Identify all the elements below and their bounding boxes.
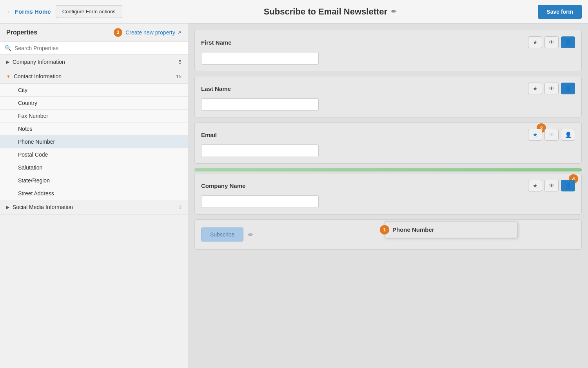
form-card-company-name: Company Name ★ 👁 4 👤 — [194, 173, 582, 215]
create-new-property-link[interactable]: Create new property ↗ — [125, 29, 181, 36]
top-bar: Forms Home Configure Form Actions Subscr… — [0, 0, 588, 23]
visibility-button-first-name[interactable]: 👁 — [544, 36, 559, 48]
edit-subscribe-icon[interactable]: ✏ — [248, 231, 253, 238]
field-actions-last-name: ★ 👁 👤 — [528, 83, 575, 94]
field-label-first-name: First Name — [201, 39, 232, 46]
form-title-text: Subscribe to Email Newsletter — [264, 7, 387, 17]
category-social-media[interactable]: ▶ Social Media Information 1 — [0, 200, 188, 215]
category-name-company: Company Information — [13, 59, 179, 65]
chevron-down-icon: ▼ — [6, 74, 11, 79]
form-title-area: Subscribe to Email Newsletter ✏ — [127, 7, 534, 17]
category-contact-information[interactable]: ▼ Contact Information 15 — [0, 69, 188, 84]
sidebar-item-country[interactable]: Country — [0, 97, 188, 110]
sidebar-item-city[interactable]: City — [0, 84, 188, 97]
category-company-information[interactable]: ▶ Company Information 5 — [0, 55, 188, 69]
create-property-badge: 3 — [114, 28, 122, 37]
form-card-email: Email 2 ★ 👁 👤 — [194, 122, 582, 164]
form-card-header-company-name: Company Name ★ 👁 4 👤 — [201, 180, 575, 191]
chevron-right-icon: ▶ — [6, 60, 9, 65]
forms-home-link[interactable]: Forms Home — [6, 8, 51, 15]
sidebar-item-state-region[interactable]: State/Region — [0, 174, 188, 187]
visibility-button-last-name[interactable]: 👁 — [544, 83, 559, 94]
sidebar-item-phone-number[interactable]: Phone Number — [0, 135, 188, 148]
form-card-header-first-name: First Name ★ 👁 👤 — [201, 36, 575, 48]
search-icon: 🔍 — [5, 45, 11, 51]
category-name-contact: Contact Information — [14, 73, 176, 79]
properties-title: Properties — [6, 29, 114, 36]
category-name-social: Social Media Information — [13, 204, 179, 210]
form-card-last-name: Last Name ★ 👁 👤 — [194, 76, 582, 117]
phone-number-tooltip: 1 Phone Number — [384, 221, 517, 238]
field-label-company-name: Company Name — [201, 182, 245, 189]
star-button-last-name[interactable]: ★ — [528, 83, 542, 94]
company-name-input[interactable] — [201, 195, 319, 208]
form-card-header-last-name: Last Name ★ 👁 👤 — [201, 83, 575, 94]
save-form-button[interactable]: Save form — [538, 5, 582, 19]
sidebar-item-street-address[interactable]: Street Address — [0, 187, 188, 200]
person-button-last-name[interactable]: 👤 — [561, 83, 575, 94]
external-link-icon: ↗ — [177, 30, 181, 36]
visibility-button-email[interactable]: 👁 — [544, 129, 559, 141]
star-button-company-name[interactable]: ★ — [528, 180, 542, 191]
email-input[interactable] — [201, 144, 319, 157]
field-label-last-name: Last Name — [201, 85, 231, 92]
star-button-email[interactable]: ★ — [528, 129, 542, 141]
sidebar-item-notes[interactable]: Notes — [0, 123, 188, 135]
first-name-input[interactable] — [201, 52, 319, 65]
visibility-button-company-name[interactable]: 👁 — [544, 180, 559, 191]
sidebar-item-fax-number[interactable]: Fax Number — [0, 110, 188, 123]
phone-tooltip-label: Phone Number — [392, 226, 434, 233]
person-button-email[interactable]: 👤 — [561, 129, 575, 141]
field-actions-first-name: ★ 👁 👤 — [528, 36, 575, 48]
sidebar: Properties 3 Create new property ↗ 🔍 ▶ C… — [0, 23, 188, 368]
step-badge-1: 1 — [380, 225, 389, 235]
create-property-label: Create new property — [125, 29, 175, 36]
sidebar-item-salutation[interactable]: Salutation — [0, 161, 188, 174]
search-properties-input[interactable] — [15, 45, 183, 51]
star-button-first-name[interactable]: ★ — [528, 36, 542, 48]
subscribe-button[interactable]: Subscribe — [201, 227, 243, 242]
edit-title-icon[interactable]: ✏ — [391, 8, 396, 15]
person-button-first-name[interactable]: 👤 — [561, 36, 575, 48]
content-area: 1 Phone Number First Name ★ 👁 👤 Last Nam… — [188, 23, 588, 368]
form-card-first-name: First Name ★ 👁 👤 — [194, 30, 582, 71]
chevron-right-icon-social: ▶ — [6, 205, 9, 210]
last-name-input[interactable] — [201, 98, 319, 111]
field-actions-company-name: ★ 👁 4 👤 — [528, 180, 575, 191]
category-count-contact: 15 — [176, 74, 181, 79]
main-layout: Properties 3 Create new property ↗ 🔍 ▶ C… — [0, 23, 588, 368]
properties-header: Properties 3 Create new property ↗ — [0, 23, 188, 42]
person-button-company-name[interactable]: 👤 — [561, 180, 575, 191]
drop-zone — [194, 168, 582, 171]
configure-form-actions-button[interactable]: Configure Form Actions — [56, 5, 122, 18]
sidebar-item-postal-code[interactable]: Postal Code — [0, 148, 188, 161]
search-box: 🔍 — [0, 42, 188, 55]
category-count-social: 1 — [179, 204, 181, 210]
field-actions-email: 2 ★ 👁 👤 — [528, 129, 575, 141]
category-count-company: 5 — [179, 59, 181, 65]
field-label-email: Email — [201, 132, 217, 138]
form-card-header-email: Email 2 ★ 👁 👤 — [201, 129, 575, 141]
